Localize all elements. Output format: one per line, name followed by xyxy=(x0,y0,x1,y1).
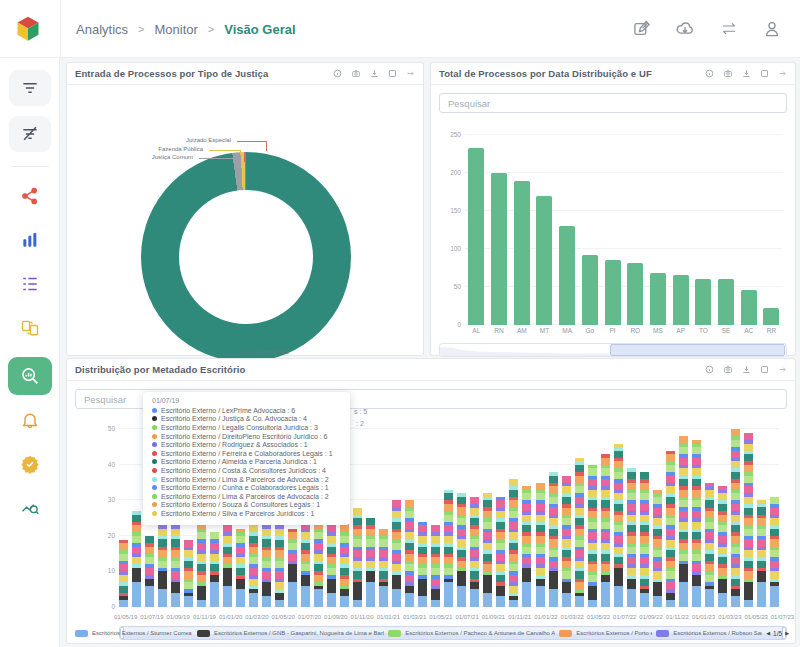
stacked-bar[interactable] xyxy=(353,508,362,608)
bar-chart-icon[interactable] xyxy=(9,225,51,255)
stacked-bar[interactable] xyxy=(483,493,492,607)
stacked-bar[interactable] xyxy=(549,472,558,607)
edit-icon[interactable] xyxy=(632,19,652,39)
filter-icon[interactable] xyxy=(9,70,51,106)
uf-bar[interactable] xyxy=(605,260,621,325)
arrow-right-icon[interactable] xyxy=(406,69,415,78)
stacked-bar[interactable] xyxy=(145,536,154,607)
expand-icon[interactable] xyxy=(760,69,769,78)
stacked-bar[interactable] xyxy=(431,525,440,607)
stacked-bar[interactable] xyxy=(457,493,466,607)
stacked-bar[interactable] xyxy=(770,497,779,607)
filter-off-icon[interactable] xyxy=(9,116,51,152)
verified-badge-icon[interactable] xyxy=(9,449,51,479)
stacked-bar[interactable] xyxy=(653,490,662,607)
legend-chip-icon[interactable] xyxy=(75,630,88,637)
app-logo-icon[interactable] xyxy=(14,15,42,43)
analytics-search-icon[interactable] xyxy=(8,357,52,395)
stacked-bar[interactable] xyxy=(184,540,193,608)
stacked-bar[interactable] xyxy=(405,500,414,607)
stacked-bar[interactable] xyxy=(119,540,128,607)
stacked-bar[interactable] xyxy=(197,525,206,607)
stacked-bar[interactable] xyxy=(666,451,675,607)
camera-icon[interactable] xyxy=(723,365,733,374)
trend-search-icon[interactable] xyxy=(9,493,51,523)
stacked-bar[interactable] xyxy=(536,483,545,607)
uf-bar[interactable] xyxy=(718,279,734,325)
stacked-bar[interactable] xyxy=(601,454,610,607)
camera-icon[interactable] xyxy=(723,69,733,78)
stacked-bar[interactable] xyxy=(392,500,401,607)
stacked-bar[interactable] xyxy=(757,500,766,607)
donut-chart[interactable]: Juizado Especial Fazenda Pública Justiça… xyxy=(67,85,423,355)
stacked-bar[interactable] xyxy=(640,472,649,607)
stacked-bar[interactable] xyxy=(679,436,688,607)
arrow-right-icon[interactable] xyxy=(778,365,787,374)
copy-pages-icon[interactable] xyxy=(9,313,51,343)
stacked-bar[interactable] xyxy=(236,529,245,607)
arrow-right-icon[interactable] xyxy=(778,69,787,78)
uf-bar[interactable] xyxy=(627,263,643,325)
stacked-bar[interactable] xyxy=(444,490,453,607)
uf-bar[interactable] xyxy=(559,226,575,325)
uf-bar[interactable] xyxy=(582,255,598,325)
download-icon[interactable] xyxy=(370,69,379,78)
expand-icon[interactable] xyxy=(760,365,769,374)
stacked-bar[interactable] xyxy=(705,483,714,607)
uf-search-input[interactable] xyxy=(440,94,786,112)
stacked-bar[interactable] xyxy=(249,511,258,607)
user-icon[interactable] xyxy=(762,19,782,39)
uf-bar[interactable] xyxy=(695,279,711,325)
uf-bar[interactable] xyxy=(763,308,779,325)
stacked-bar[interactable] xyxy=(718,486,727,607)
legend-label[interactable]: Escritórios Externos / Sturmer Correa da… xyxy=(92,630,193,636)
download-icon[interactable] xyxy=(742,69,751,78)
stacked-bar[interactable] xyxy=(614,444,623,607)
stacked-bar[interactable] xyxy=(366,518,375,607)
uf-bar[interactable] xyxy=(514,181,530,325)
stacked-bar[interactable] xyxy=(158,518,167,607)
breadcrumb-monitor[interactable]: Monitor xyxy=(154,22,197,37)
legend-chip-icon[interactable] xyxy=(559,630,572,637)
stacked-bar[interactable] xyxy=(288,529,297,607)
breadcrumb-analytics[interactable]: Analytics xyxy=(76,22,128,37)
uf-bar[interactable] xyxy=(468,148,484,325)
uf-bar[interactable] xyxy=(673,275,689,325)
uf-range-brush[interactable] xyxy=(439,343,787,357)
download-icon[interactable] xyxy=(742,365,751,374)
info-icon[interactable] xyxy=(333,69,342,78)
stacked-bar[interactable] xyxy=(210,532,219,607)
uf-bar-chart[interactable]: 050100150200250 ALRNAMMTMAGoPIROMSAPTOSE… xyxy=(437,123,785,337)
legend-label[interactable]: Escritórios Externos / Pacheco & Antunes… xyxy=(405,630,555,636)
uf-bar[interactable] xyxy=(741,290,757,325)
stacked-bar[interactable] xyxy=(327,515,336,607)
stacked-bar[interactable] xyxy=(692,440,701,607)
stacked-bar[interactable] xyxy=(575,458,584,607)
legend-next-icon[interactable]: ▶ xyxy=(785,630,789,636)
stacked-bar[interactable] xyxy=(132,511,141,607)
info-icon[interactable] xyxy=(705,365,714,374)
stacked-bar[interactable] xyxy=(562,476,571,607)
stacked-bar[interactable] xyxy=(509,479,518,607)
legend-label[interactable]: Escritórios Externos / Robson Santana A xyxy=(673,630,762,636)
stacked-bar[interactable] xyxy=(588,465,597,607)
camera-icon[interactable] xyxy=(351,69,361,78)
stacked-bar[interactable] xyxy=(418,522,427,607)
stacked-bar[interactable] xyxy=(275,522,284,607)
swap-icon[interactable] xyxy=(718,20,740,38)
cloud-download-icon[interactable] xyxy=(674,19,696,39)
stacked-bar[interactable] xyxy=(522,486,531,607)
legend-chip-icon[interactable] xyxy=(197,630,210,637)
list-icon[interactable] xyxy=(9,269,51,299)
uf-bar[interactable] xyxy=(491,173,507,325)
legend-label[interactable]: Escritórios Externos / Porto e Maia xyxy=(576,630,652,636)
uf-bar[interactable] xyxy=(650,273,666,325)
legend-label[interactable]: Escritórios Externos / GNB - Gasparini, … xyxy=(214,630,384,636)
share-icon[interactable] xyxy=(9,181,51,211)
stacked-bar[interactable] xyxy=(744,433,753,607)
stacked-bar[interactable] xyxy=(470,497,479,607)
bell-icon[interactable] xyxy=(9,405,51,435)
stacked-bar[interactable] xyxy=(731,429,740,607)
brush-selected-range[interactable] xyxy=(610,344,785,356)
stacked-bar[interactable] xyxy=(379,529,388,607)
